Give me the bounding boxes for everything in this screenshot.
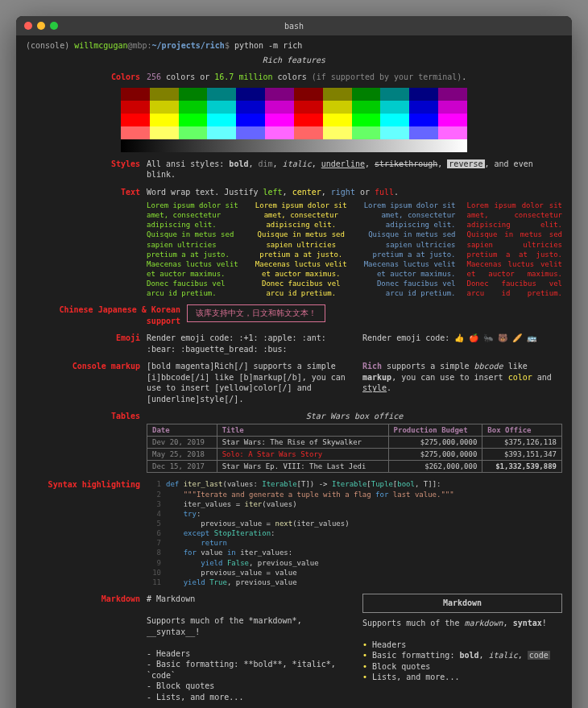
lorem-full: Lorem ipsum dolor sit amet, consectetur … xyxy=(467,201,563,298)
prompt-line: (console) willmcgugan@mbp:~/projects/ric… xyxy=(26,40,562,52)
color-palette xyxy=(121,88,467,152)
section-cjk: Chinese Japanese & Korean support 该库支持中文… xyxy=(26,304,562,326)
terminal-content[interactable]: (console) willmcgugan@mbp:~/projects/ric… xyxy=(16,35,572,708)
lorem-left: Lorem ipsum dolor sit amet, consectetur … xyxy=(147,201,242,298)
table-row: Dev 20, 2019Star Wars: The Rise of Skywa… xyxy=(147,437,562,449)
markdown-title-box: Markdown xyxy=(362,594,562,613)
page-title: Rich features xyxy=(26,55,562,66)
window-title: bash xyxy=(16,22,572,31)
section-markup: Console markup [bold magenta]Rich[/] sup… xyxy=(26,361,562,404)
lorem-right: Lorem ipsum dolor sit amet, consectetur … xyxy=(360,201,456,298)
movies-table: Date Title Production Budget Box Office … xyxy=(147,424,562,474)
section-markdown: Markdown # Markdown Supports much of the… xyxy=(26,594,562,702)
code-block: 1def iter_last(values: Iterable[T]) -> I… xyxy=(147,479,562,587)
cjk-box: 该库支持中文，日文和韩文文本！ xyxy=(187,304,325,322)
section-styles: Styles All ansi styles: bold, dim, itali… xyxy=(26,159,562,180)
table-row: May 25, 2018Solo: A Star Wars Story$275,… xyxy=(147,449,562,461)
section-text: Text Word wrap text. Justify left, cente… xyxy=(26,187,562,299)
terminal-window: bash (console) willmcgugan@mbp:~/project… xyxy=(16,16,572,708)
section-tables: Tables Star Wars box office Date Title P… xyxy=(26,411,562,473)
section-emoji: Emoji Render emoji code: :+1: :apple: :a… xyxy=(26,333,562,354)
titlebar[interactable]: bash xyxy=(16,16,572,35)
section-syntax: Syntax highlighting 1def iter_last(value… xyxy=(26,479,562,587)
lorem-center: Lorem ipsum dolor sit amet, consectetur … xyxy=(254,201,350,298)
table-row: Dec 15, 2017Star Wars Ep. VIII: The Last… xyxy=(147,461,562,473)
section-colors: Colors 256 colors or 16.7 million colors… xyxy=(26,72,562,83)
